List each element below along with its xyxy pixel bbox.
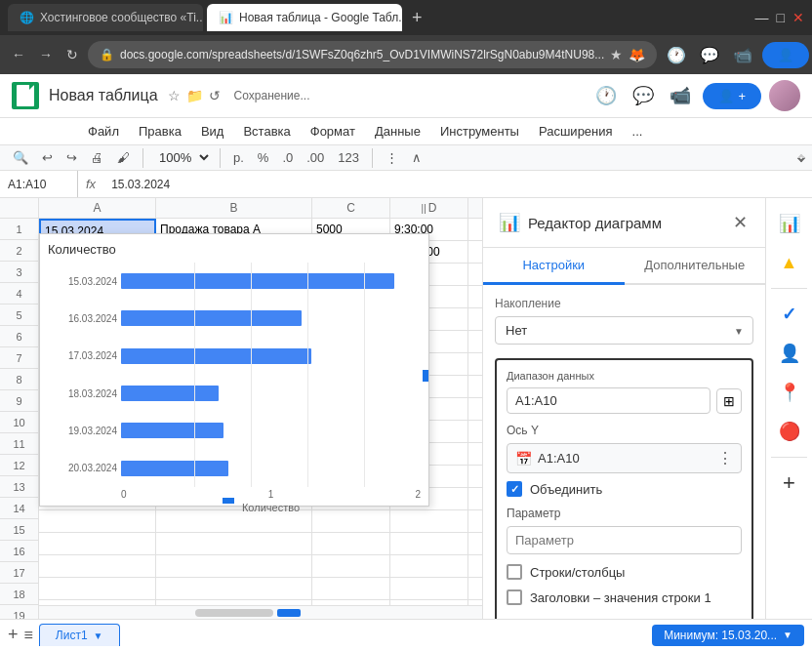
menu-format[interactable]: Формат	[301, 120, 365, 142]
back-button[interactable]: ←	[8, 43, 29, 66]
data-range-grid-btn[interactable]: ⊞	[716, 388, 742, 414]
tab-inactive[interactable]: 🌐 Хостинговое сообщество «Ti... ✕	[8, 4, 203, 31]
col-header-B[interactable]: B	[156, 198, 312, 218]
chart-editor-panel: 📊 Редактор диаграмм ✕ Настройки Дополнит…	[482, 198, 765, 619]
forward-button[interactable]: →	[35, 43, 57, 66]
col-header-D[interactable]: ||D	[390, 198, 468, 218]
undo-btn[interactable]: ↩	[37, 147, 58, 168]
chart-resize-right-handle[interactable]	[423, 370, 428, 382]
editor-close-button[interactable]: ✕	[731, 210, 750, 235]
headers-checkbox[interactable]	[507, 589, 522, 605]
cell-D14[interactable]	[390, 510, 468, 532]
more-toolbar-btn[interactable]: ⋮	[381, 147, 403, 168]
extension-icon[interactable]: 🦊	[629, 47, 645, 62]
sidebar-maps-icon[interactable]: 📍	[772, 375, 807, 410]
sidebar-drive-icon[interactable]: ▲	[772, 245, 807, 280]
sidebar-add-icon[interactable]: +	[772, 466, 807, 501]
maximize-icon[interactable]: □	[777, 10, 785, 25]
search-toolbar-btn[interactable]: 🔍	[8, 147, 33, 168]
share-button[interactable]: 👤	[762, 42, 809, 68]
percent-btn[interactable]: %	[253, 147, 274, 168]
menu-file[interactable]: Файл	[78, 120, 129, 142]
cell-D16[interactable]	[390, 555, 468, 577]
tab-settings[interactable]: Настройки	[483, 248, 625, 285]
user-avatar[interactable]	[769, 80, 800, 111]
add-sheet-button[interactable]: +	[8, 625, 19, 645]
rows-cols-checkbox[interactable]	[507, 564, 522, 580]
sidebar-contacts-icon[interactable]: 👤	[772, 336, 807, 371]
cell-A14[interactable]	[39, 510, 156, 532]
cell-C17[interactable]	[312, 578, 390, 599]
menu-edit[interactable]: Правка	[129, 120, 191, 142]
chat-button[interactable]: 💬	[696, 42, 723, 68]
cell-A16[interactable]	[39, 555, 156, 577]
h-scroll-indicator[interactable]	[277, 609, 301, 617]
cell-C15[interactable]	[312, 533, 390, 554]
history-sheets-button[interactable]: 🕐	[591, 81, 621, 110]
chart-resize-bottom-handle[interactable]	[223, 498, 234, 504]
menu-extensions[interactable]: Расширения	[529, 120, 623, 142]
currency-btn[interactable]: р.	[228, 147, 249, 168]
cell-B17[interactable]	[156, 578, 312, 599]
cell-C16[interactable]	[312, 555, 390, 577]
formula-input[interactable]	[103, 178, 812, 191]
camera-button[interactable]: 📹	[729, 42, 756, 68]
menu-view[interactable]: Вид	[191, 120, 234, 142]
reload-button[interactable]: ↻	[62, 43, 82, 66]
close-icon[interactable]: ✕	[792, 10, 804, 25]
sheet-tab-1[interactable]: Лист1 ▼	[39, 624, 120, 646]
cell-D15[interactable]	[390, 533, 468, 554]
sidebar-tasks-icon[interactable]: ✓	[772, 297, 807, 332]
tab-active[interactable]: 📊 Новая таблица - Google Табл... ✕	[207, 4, 402, 31]
share-sheet-button[interactable]: 👤 +	[703, 83, 761, 109]
new-tab-button[interactable]: +	[406, 8, 428, 28]
y-label-3: 17.03.2024	[48, 350, 117, 361]
cell-B16[interactable]	[156, 555, 312, 577]
sidebar-office-icon[interactable]: 🔴	[772, 414, 807, 449]
status-badge[interactable]: Минимум: 15.03.20... ▼	[652, 625, 804, 646]
url-bar[interactable]: 🔒 docs.google.com/spreadsheets/d/1SWFsZ0…	[88, 41, 657, 68]
h-scrollbar-thumb[interactable]	[195, 609, 273, 617]
menu-data[interactable]: Данные	[365, 120, 430, 142]
param-input[interactable]	[507, 526, 742, 554]
cell-C14[interactable]	[312, 510, 390, 532]
bookmark-icon[interactable]: ★	[610, 47, 623, 62]
cell-B14[interactable]	[156, 510, 312, 532]
drag-handle[interactable]	[797, 153, 805, 161]
cell-A15[interactable]	[39, 533, 156, 554]
table-row	[39, 555, 482, 578]
h-scrollbar[interactable]	[39, 605, 482, 619]
data-range-input[interactable]	[507, 387, 710, 414]
format-painter-btn[interactable]: 🖌	[112, 147, 135, 168]
move-icon[interactable]: 📁	[186, 88, 203, 103]
zoom-select[interactable]: 100%	[151, 147, 212, 168]
meet-button[interactable]: 📹	[666, 81, 695, 110]
minimize-icon[interactable]: —	[755, 10, 769, 25]
grid-line-3	[307, 263, 364, 487]
sheet-menu-button[interactable]: ≡	[24, 627, 33, 644]
sidebar-sheets-icon[interactable]: 📊	[772, 206, 807, 241]
decimal-inc-btn[interactable]: .00	[302, 147, 329, 168]
menu-insert[interactable]: Вставка	[233, 120, 300, 142]
accumulation-select[interactable]: Нет	[495, 316, 753, 345]
comments-button[interactable]: 💬	[629, 81, 658, 110]
tab-advanced[interactable]: Дополнительные	[625, 248, 766, 285]
cloud-icon[interactable]: ↺	[209, 88, 221, 103]
cell-D17[interactable]	[390, 578, 468, 599]
cell-B15[interactable]	[156, 533, 312, 554]
col-header-A[interactable]: A	[39, 198, 156, 218]
col-header-C[interactable]: C	[312, 198, 390, 218]
print-btn[interactable]: 🖨	[86, 147, 108, 168]
expand-toolbar-btn[interactable]: ∧	[407, 147, 426, 168]
more-formats-btn[interactable]: 123	[333, 147, 364, 168]
menu-more[interactable]: ...	[623, 120, 653, 142]
redo-btn[interactable]: ↪	[61, 147, 82, 168]
cell-reference-input[interactable]	[0, 171, 78, 197]
decimal-dec-btn[interactable]: .0	[277, 147, 298, 168]
merge-checkbox[interactable]	[507, 481, 522, 497]
cell-A17[interactable]	[39, 578, 156, 599]
history-button[interactable]: 🕐	[663, 42, 690, 68]
axis-y-menu-btn[interactable]: ⋮	[717, 449, 733, 467]
menu-tools[interactable]: Инструменты	[430, 120, 529, 142]
star-icon[interactable]: ☆	[168, 88, 181, 103]
